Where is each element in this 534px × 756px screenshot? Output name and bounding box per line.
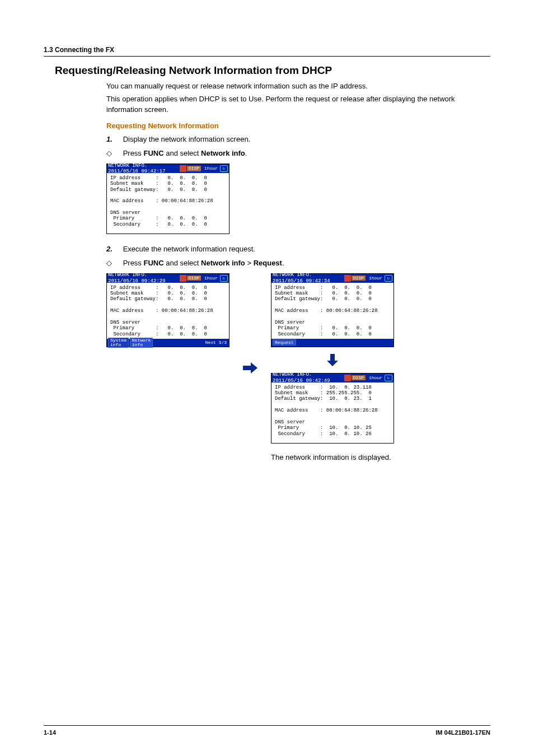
loop-icon: ↻	[385, 375, 392, 381]
screen-softkey-bar: System info Network info Next 3/3	[107, 339, 229, 347]
step-2-sub: Press FUNC and select Network info > Req…	[106, 258, 479, 269]
period-label: 1hour	[202, 276, 220, 281]
rule-bottom	[44, 725, 490, 726]
t: .	[282, 259, 284, 267]
t: >	[245, 259, 254, 267]
page-number: 1-14	[44, 729, 56, 736]
page-footer: 1-14 IM 04L21B01-17EN	[44, 725, 490, 736]
arrow-down-icon	[327, 354, 338, 366]
screenshot-block-2: NETWORK INFO.2011/05/16 09:42:29 DISP 1h…	[106, 273, 479, 463]
step-number: 1.	[106, 134, 121, 145]
period-label: 1hour	[367, 276, 385, 281]
disp-badge: DISP	[187, 276, 201, 281]
heading-2: Requesting/Releasing Network Information…	[55, 64, 490, 77]
menu-item: Request	[254, 259, 282, 267]
loop-icon: ↻	[220, 165, 228, 172]
step-1: 1. Display the network information scree…	[106, 134, 479, 145]
screenshot-block-1: NETWORK INFO.2011/05/16 09:42:17 DISP 1h…	[106, 164, 479, 234]
status-icon	[344, 275, 351, 282]
screen-content: IP address : 0. 0. 0. 0 Subnet mask : 0.…	[271, 283, 394, 339]
screen-title: NETWORK INFO.2011/05/16 09:42:17	[108, 163, 166, 175]
page: 1.3 Connecting the FX Requesting/Releasi…	[0, 0, 534, 756]
body-column: You can manually request or release netw…	[106, 81, 479, 463]
t: and select	[164, 259, 202, 267]
status-icon	[180, 165, 186, 172]
procedure-list-2: 2. Execute the network information reque…	[106, 244, 479, 269]
device-screen: NETWORK INFO.2011/05/16 09:42:34 DISP 1h…	[271, 273, 394, 347]
screen-content: IP address : 0. 0. 0. 0 Subnet mask : 0.…	[107, 283, 229, 339]
device-screen: NETWORK INFO.2011/05/16 09:42:29 DISP 1h…	[106, 273, 229, 347]
softkey-system-info[interactable]: System info	[108, 338, 129, 348]
disp-badge: DISP	[187, 166, 201, 171]
t: and select	[164, 149, 202, 157]
menu-item: Network info	[201, 259, 245, 267]
device-screen: NETWORK INFO.2011/05/16 09:42:17 DISP 1h…	[106, 164, 229, 234]
status-icon	[180, 275, 186, 282]
screen-titlebar: NETWORK INFO.2011/05/16 09:42:34 DISP 1h…	[271, 274, 394, 283]
screenshot-caption: The network information is displayed.	[271, 452, 394, 463]
t: Press	[123, 259, 144, 267]
screen-content: IP address : 0. 0. 0. 0 Subnet mask : 0.…	[107, 173, 229, 234]
heading-3: Requesting Network Information	[106, 121, 479, 132]
section-breadcrumb: 1.3 Connecting the FX	[44, 46, 490, 54]
screen-titlebar: NETWORK INFO.2011/05/16 09:42:29 DISP 1h…	[107, 274, 229, 283]
screen-content: IP address : 10. 0. 23.118 Subnet mask :…	[271, 382, 394, 443]
disp-badge: DISP	[352, 375, 366, 380]
procedure-list: 1. Display the network information scree…	[106, 134, 479, 159]
step-text: Display the network information screen.	[123, 135, 251, 143]
screen-title: NETWORK INFO.2011/05/16 09:42:49	[273, 372, 330, 384]
screenshot-row: NETWORK INFO.2011/05/16 09:42:29 DISP 1h…	[106, 273, 479, 463]
diamond-bullet-icon	[106, 148, 121, 159]
intro-paragraph-1: You can manually request or release netw…	[106, 81, 479, 92]
softkey-request[interactable]: Request	[273, 339, 296, 346]
func-key: FUNC	[143, 149, 163, 157]
screen-titlebar: NETWORK INFO.2011/05/16 09:42:17 DISP 1h…	[107, 164, 229, 173]
screen-softkey-bar: Request	[271, 339, 394, 347]
intro-paragraph-2: This operation applies when DHCP is set …	[106, 94, 479, 115]
t: Press	[123, 149, 144, 157]
loop-icon: ↻	[220, 275, 228, 282]
softkey-next-page[interactable]: Next 3/3	[205, 340, 228, 345]
status-icon	[344, 375, 351, 381]
step-number: 2.	[106, 244, 121, 255]
step-text: Execute the network information request.	[123, 245, 255, 253]
step-2: 2. Execute the network information reque…	[106, 244, 479, 255]
func-key: FUNC	[143, 259, 163, 267]
menu-item: Network info	[201, 149, 245, 157]
loop-icon: ↻	[385, 275, 392, 282]
screen-title: NETWORK INFO.2011/05/16 09:42:29	[108, 272, 166, 284]
arrow-right-icon	[243, 362, 257, 374]
softkey-network-info[interactable]: Network info	[130, 338, 153, 348]
period-label: 1hour	[367, 375, 385, 380]
diamond-bullet-icon	[106, 258, 121, 269]
disp-badge: DISP	[352, 276, 366, 281]
rule-top	[44, 56, 490, 57]
svg-marker-1	[327, 354, 338, 366]
screenshot-column: NETWORK INFO.2011/05/16 09:42:34 DISP 1h…	[271, 273, 394, 463]
screen-title: NETWORK INFO.2011/05/16 09:42:34	[273, 272, 330, 284]
svg-marker-0	[243, 362, 257, 374]
manual-id: IM 04L21B01-17EN	[435, 729, 490, 736]
device-screen: NETWORK INFO.2011/05/16 09:42:49 DISP 1h…	[271, 373, 394, 444]
period-label: 1hour	[202, 166, 220, 171]
step-1-sub: Press FUNC and select Network info.	[106, 148, 479, 159]
screen-titlebar: NETWORK INFO.2011/05/16 09:42:49 DISP 1h…	[271, 374, 394, 382]
t: .	[245, 149, 247, 157]
